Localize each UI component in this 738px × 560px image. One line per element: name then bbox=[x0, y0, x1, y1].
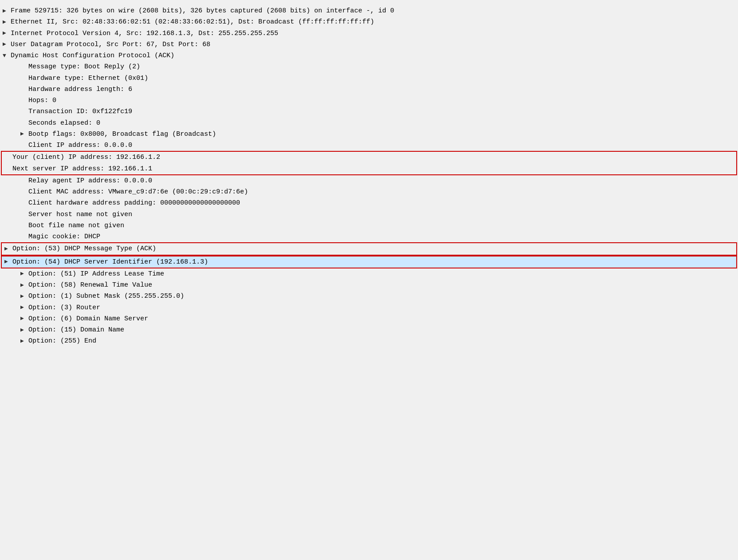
row-text-frame: Frame 529715: 326 bytes on wire (2608 bi… bbox=[11, 6, 394, 16]
row-text-client-hw-padding: Client hardware address padding: 0000000… bbox=[28, 198, 240, 208]
row-text-ethernet: Ethernet II, Src: 02:48:33:66:02:51 (02:… bbox=[11, 17, 374, 27]
tree-row-hops: Hops: 0 bbox=[0, 95, 738, 106]
tree-row-hw-type: Hardware type: Ethernet (0x01) bbox=[0, 73, 738, 84]
row-text-your-ip: Your (client) IP address: 192.166.1.2 bbox=[12, 152, 160, 162]
row-text-client-mac: Client MAC address: VMware_c9:d7:6e (00:… bbox=[28, 187, 248, 197]
row-text-relay-agent-ip: Relay agent IP address: 0.0.0.0 bbox=[28, 176, 152, 186]
tree-row-bootp-flags[interactable]: Bootp flags: 0x8000, Broadcast flag (Bro… bbox=[0, 129, 738, 140]
row-text-boot-file: Boot file name not given bbox=[28, 221, 124, 231]
red-box-group: Your (client) IP address: 192.166.1.2Nex… bbox=[1, 151, 737, 175]
row-text-option-53: Option: (53) DHCP Message Type (ACK) bbox=[12, 244, 156, 254]
tree-row-hw-addr-len: Hardware address length: 6 bbox=[0, 84, 738, 95]
tree-row-option-3[interactable]: Option: (3) Router bbox=[0, 302, 738, 313]
tree-row-next-server-ip: Next server IP address: 192.166.1.1 bbox=[2, 163, 736, 174]
row-text-hw-type: Hardware type: Ethernet (0x01) bbox=[28, 73, 148, 83]
red-box-single: Option: (54) DHCP Server Identifier (192… bbox=[1, 256, 737, 268]
packet-tree: Frame 529715: 326 bytes on wire (2608 bi… bbox=[0, 4, 738, 349]
collapsed-icon[interactable] bbox=[20, 269, 28, 278]
row-text-udp: User Datagram Protocol, Src Port: 67, Ds… bbox=[11, 39, 210, 50]
tree-row-client-mac: Client MAC address: VMware_c9:d7:6e (00:… bbox=[0, 186, 738, 197]
tree-row-magic-cookie: Magic cookie: DHCP bbox=[0, 231, 738, 242]
tree-row-msg-type: Message type: Boot Reply (2) bbox=[0, 61, 738, 72]
row-text-option-1: Option: (1) Subnet Mask (255.255.255.0) bbox=[28, 291, 184, 301]
row-text-option-3: Option: (3) Router bbox=[28, 303, 100, 313]
expanded-icon[interactable] bbox=[3, 51, 10, 60]
tree-row-boot-file: Boot file name not given bbox=[0, 220, 738, 231]
row-text-ip: Internet Protocol Version 4, Src: 192.16… bbox=[11, 28, 278, 39]
row-text-option-54: Option: (54) DHCP Server Identifier (192… bbox=[12, 257, 208, 267]
row-text-dhcp: Dynamic Host Configuration Protocol (ACK… bbox=[11, 51, 174, 61]
row-text-bootp-flags: Bootp flags: 0x8000, Broadcast flag (Bro… bbox=[28, 129, 216, 139]
tree-row-frame[interactable]: Frame 529715: 326 bytes on wire (2608 bi… bbox=[0, 5, 738, 16]
row-text-magic-cookie: Magic cookie: DHCP bbox=[28, 232, 100, 242]
tree-row-relay-agent-ip: Relay agent IP address: 0.0.0.0 bbox=[0, 175, 738, 186]
row-text-option-255: Option: (255) End bbox=[28, 336, 96, 346]
row-text-msg-type: Message type: Boot Reply (2) bbox=[28, 62, 140, 72]
tree-row-ethernet[interactable]: Ethernet II, Src: 02:48:33:66:02:51 (02:… bbox=[0, 16, 738, 28]
collapsed-icon[interactable] bbox=[20, 314, 28, 323]
tree-row-option-58[interactable]: Option: (58) Renewal Time Value bbox=[0, 280, 738, 291]
collapsed-icon[interactable] bbox=[20, 337, 28, 346]
row-text-option-51: Option: (51) IP Address Lease Time bbox=[28, 269, 164, 279]
collapsed-icon[interactable] bbox=[20, 326, 28, 335]
tree-row-option-255[interactable]: Option: (255) End bbox=[0, 335, 738, 347]
tree-row-your-ip: Your (client) IP address: 192.166.1.2 bbox=[2, 152, 736, 163]
tree-row-seconds: Seconds elapsed: 0 bbox=[0, 118, 738, 129]
tree-row-option-53[interactable]: Option: (53) DHCP Message Type (ACK) bbox=[2, 243, 736, 254]
tree-row-option-51[interactable]: Option: (51) IP Address Lease Time bbox=[0, 268, 738, 280]
collapsed-icon[interactable] bbox=[20, 281, 28, 290]
collapsed-icon[interactable] bbox=[3, 40, 10, 49]
tree-row-ip[interactable]: Internet Protocol Version 4, Src: 192.16… bbox=[0, 28, 738, 39]
tree-row-dhcp[interactable]: Dynamic Host Configuration Protocol (ACK… bbox=[0, 50, 738, 61]
collapsed-icon[interactable] bbox=[4, 245, 12, 253]
tree-row-client-hw-padding: Client hardware address padding: 0000000… bbox=[0, 197, 738, 209]
row-text-transaction-id: Transaction ID: 0xf122fc19 bbox=[28, 106, 132, 117]
tree-row-udp[interactable]: User Datagram Protocol, Src Port: 67, Ds… bbox=[0, 39, 738, 50]
row-text-server-hostname: Server host name not given bbox=[28, 209, 132, 220]
row-text-seconds: Seconds elapsed: 0 bbox=[28, 118, 100, 128]
red-box-single: Option: (53) DHCP Message Type (ACK) bbox=[1, 242, 737, 255]
collapsed-icon[interactable] bbox=[3, 7, 10, 16]
tree-row-option-54[interactable]: Option: (54) DHCP Server Identifier (192… bbox=[2, 256, 736, 268]
collapsed-icon[interactable] bbox=[4, 257, 12, 266]
tree-row-option-15[interactable]: Option: (15) Domain Name bbox=[0, 324, 738, 335]
row-text-next-server-ip: Next server IP address: 192.166.1.1 bbox=[12, 164, 152, 174]
tree-row-server-hostname: Server host name not given bbox=[0, 209, 738, 220]
tree-row-client-ip: Client IP address: 0.0.0.0 bbox=[0, 140, 738, 151]
collapsed-icon[interactable] bbox=[3, 29, 10, 38]
row-text-option-6: Option: (6) Domain Name Server bbox=[28, 314, 148, 324]
row-text-hw-addr-len: Hardware address length: 6 bbox=[28, 84, 132, 95]
collapsed-icon[interactable] bbox=[3, 18, 10, 27]
tree-row-transaction-id: Transaction ID: 0xf122fc19 bbox=[0, 106, 738, 117]
row-text-client-ip: Client IP address: 0.0.0.0 bbox=[28, 140, 132, 150]
tree-row-option-6[interactable]: Option: (6) Domain Name Server bbox=[0, 313, 738, 324]
collapsed-icon[interactable] bbox=[20, 292, 28, 301]
row-text-option-15: Option: (15) Domain Name bbox=[28, 325, 124, 335]
row-text-hops: Hops: 0 bbox=[28, 95, 56, 106]
collapsed-icon[interactable] bbox=[20, 130, 28, 138]
row-text-option-58: Option: (58) Renewal Time Value bbox=[28, 280, 152, 290]
tree-row-option-1[interactable]: Option: (1) Subnet Mask (255.255.255.0) bbox=[0, 291, 738, 302]
collapsed-icon[interactable] bbox=[20, 303, 28, 312]
